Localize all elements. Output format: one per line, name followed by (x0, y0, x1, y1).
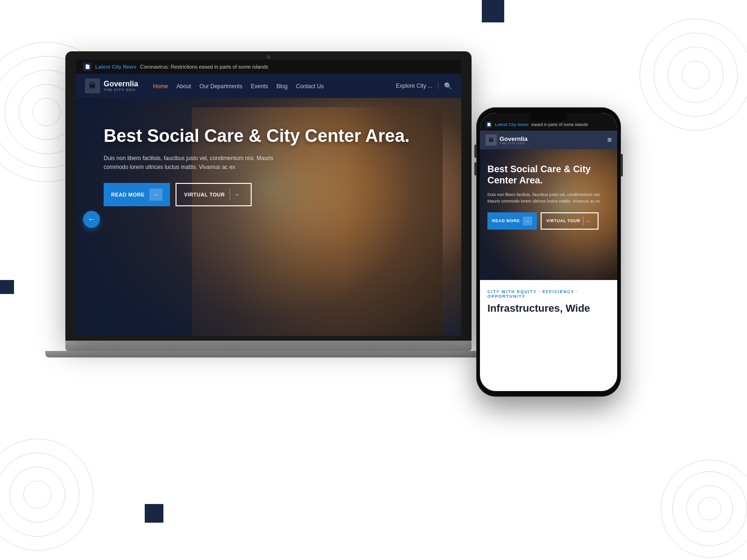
laptop-stand (65, 341, 472, 351)
phone-notch (530, 113, 567, 121)
phone-section-tag: CITY WITH EQUITY · EFFICIENCY · OPPORTUN… (487, 289, 610, 299)
phone-latest-city-news-link[interactable]: Latest City News (495, 122, 529, 127)
laptop-mockup: 📄 Latest City News Coronavirus: Restrict… (65, 51, 472, 341)
hero-description: Duis non libero facilisis, faucibus just… (104, 154, 281, 172)
latest-city-news-link[interactable]: Latest City News (95, 64, 136, 70)
nav-link-home[interactable]: Home (153, 83, 168, 90)
nav-link-blog[interactable]: Blog (276, 83, 288, 90)
phone-hero-description: Duis non libero facilisis, faucibus just… (487, 191, 610, 205)
virtual-tour-arrow: → (230, 189, 244, 201)
deco-square-left (0, 280, 14, 294)
explore-city-link[interactable]: Explore City ... (396, 83, 438, 89)
nav-right: Explore City ... 🔍 (396, 82, 452, 90)
phone-white-section: CITY WITH EQUITY · EFFICIENCY · OPPORTUN… (480, 280, 617, 324)
nav-link-about[interactable]: About (176, 83, 191, 90)
phone-power-button (621, 154, 623, 176)
news-icon: 📄 (83, 63, 92, 71)
laptop-body: 📄 Latest City News Coronavirus: Restrict… (65, 51, 472, 341)
phone-logo-icon: 🏛 (486, 134, 497, 146)
phone-hero-section: Best Social Care & City Center Area. Dui… (480, 149, 617, 280)
deco-square-bottom-left (145, 504, 163, 523)
logo-icon: 🏛 (85, 78, 100, 93)
phone-virtual-tour-button[interactable]: VIRTUAL TOUR → (541, 212, 599, 230)
laptop-hero-section: ← Best Social Care & City Center Area. D… (76, 98, 461, 336)
logo-text: Governlia THE CITY GOV. (104, 80, 138, 92)
nav-link-events[interactable]: Events (251, 83, 268, 90)
laptop-base (45, 351, 492, 357)
circle-group-right (630, 9, 747, 140)
phone-news-icon: 📄 (486, 121, 492, 128)
circle-group-bottom-right (658, 457, 747, 560)
nav-links: Home About Our Departments Events Blog C… (153, 82, 324, 90)
phone-read-more-button[interactable]: READ MORE → (487, 212, 537, 230)
phone-screen: 📄 Latest City News eased in parts of som… (480, 113, 617, 391)
hero-prev-button[interactable]: ← (83, 211, 100, 228)
laptop-camera (267, 55, 270, 59)
hero-buttons: READ MORE → VIRTUAL TOUR → (104, 183, 447, 206)
nav-link-departments[interactable]: Our Departments (199, 83, 242, 90)
phone-vol-button-1 (474, 145, 476, 158)
phone-read-more-arrow: → (523, 217, 533, 225)
laptop-navbar: 🏛 Governlia THE CITY GOV. Home About Our… (76, 74, 461, 98)
search-icon[interactable]: 🔍 (444, 82, 452, 90)
phone-hero-buttons: READ MORE → VIRTUAL TOUR → (487, 212, 610, 230)
phone-mockup: 📄 Latest City News eased in parts of som… (476, 107, 621, 397)
site-logo[interactable]: 🏛 Governlia THE CITY GOV. (85, 78, 138, 93)
phone-body: 📄 Latest City News eased in parts of som… (476, 107, 621, 397)
phone-hamburger-menu[interactable]: ≡ (607, 136, 612, 144)
circle-group-bottom-left (0, 429, 103, 560)
phone-hero-title: Best Social Care & City Center Area. (487, 163, 610, 186)
laptop-news-bar: 📄 Latest City News Coronavirus: Restrict… (76, 60, 461, 74)
phone-vol-button-2 (474, 162, 476, 175)
logo-subtitle: THE CITY GOV. (104, 88, 138, 92)
phone-news-text: eased in parts of some islands (531, 122, 588, 127)
nav-link-contact[interactable]: Contact Us (296, 83, 324, 90)
deco-square-top (482, 0, 504, 22)
phone-logo-name: Governlia (500, 136, 528, 142)
phone-logo-text: Governlia THE CITY GOV. (500, 136, 528, 145)
phone-navbar: 🏛 Governlia THE CITY GOV. ≡ (480, 131, 617, 149)
phone-section-title: Infrastructures, Wide (487, 302, 610, 315)
laptop-screen: 📄 Latest City News Coronavirus: Restrict… (76, 60, 461, 336)
phone-virtual-tour-arrow: → (583, 217, 593, 225)
read-more-arrow: → (149, 189, 163, 201)
logo-name: Governlia (104, 80, 138, 88)
phone-hero-content: Best Social Care & City Center Area. Dui… (480, 149, 617, 237)
hero-content: Best Social Care & City Center Area. Dui… (76, 98, 461, 220)
phone-logo-subtitle: THE CITY GOV. (500, 142, 528, 145)
read-more-button[interactable]: READ MORE → (104, 183, 170, 206)
phone-logo[interactable]: 🏛 Governlia THE CITY GOV. (486, 134, 528, 146)
news-text: Coronavirus: Restrictions eased in parts… (140, 64, 268, 70)
hero-title: Best Social Care & City Center Area. (104, 126, 447, 147)
virtual-tour-button[interactable]: VIRTUAL TOUR → (176, 183, 252, 206)
